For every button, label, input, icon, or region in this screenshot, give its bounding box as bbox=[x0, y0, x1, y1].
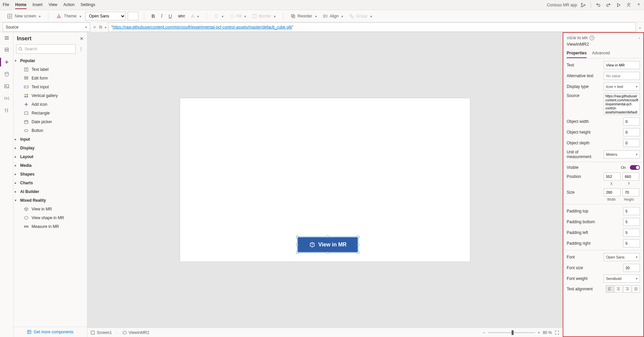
tree-item-add-icon[interactable]: Add icon bbox=[13, 100, 87, 109]
tree-item-text-input[interactable]: Text input bbox=[13, 83, 87, 91]
undo-icon[interactable] bbox=[596, 2, 601, 8]
prop-padb-input[interactable] bbox=[623, 218, 640, 226]
play-icon[interactable] bbox=[616, 2, 621, 8]
tree-group-display[interactable]: Display bbox=[13, 144, 87, 152]
tree-item-date-picker[interactable]: Date picker bbox=[13, 117, 87, 126]
zoom-out-icon[interactable]: − bbox=[483, 330, 485, 335]
tree-group-popular[interactable]: Popular bbox=[13, 56, 87, 65]
tree-item-edit-form[interactable]: Edit form bbox=[13, 74, 87, 83]
prop-size-w[interactable] bbox=[604, 188, 620, 196]
breadcrumb-control[interactable]: ViewInMR2 bbox=[123, 330, 149, 335]
bold-button[interactable]: B bbox=[150, 12, 157, 20]
help-badge-icon[interactable]: ? bbox=[590, 36, 594, 40]
share-icon[interactable] bbox=[626, 2, 631, 8]
italic-button[interactable]: I bbox=[159, 12, 165, 20]
variables-icon[interactable] bbox=[4, 95, 10, 101]
align-center-button[interactable] bbox=[614, 285, 622, 293]
prop-alt-input[interactable] bbox=[604, 72, 640, 80]
group-button[interactable]: Group bbox=[347, 12, 374, 20]
align-justify-button[interactable] bbox=[632, 285, 640, 293]
tree-item-view-shape-in-mr[interactable]: View shape in MR bbox=[13, 213, 87, 222]
text-align-button[interactable] bbox=[212, 12, 226, 20]
new-screen-button[interactable]: New screen bbox=[5, 12, 43, 20]
search-input[interactable]: Search bbox=[16, 44, 76, 54]
tree-item-rectangle[interactable]: Rectangle bbox=[13, 109, 87, 117]
underline-button[interactable]: U bbox=[167, 12, 174, 20]
tree-item-text-label[interactable]: Text label bbox=[13, 65, 87, 74]
control-name[interactable]: ViewInMR2 bbox=[567, 40, 640, 49]
font-select[interactable]: Open Sans bbox=[85, 12, 126, 20]
media-rail-icon[interactable] bbox=[4, 83, 10, 89]
fill-button[interactable]: Fill bbox=[228, 12, 248, 20]
align-left-button[interactable] bbox=[606, 285, 614, 293]
prop-visible-toggle[interactable] bbox=[630, 165, 640, 170]
align-right-button[interactable] bbox=[623, 285, 631, 293]
tab-properties[interactable]: Properties bbox=[567, 49, 587, 58]
prop-source-input[interactable]: https://raw.githubusercontent.com/micros… bbox=[604, 93, 640, 115]
tree-group-ai-builder[interactable]: AI Builder bbox=[13, 187, 87, 196]
menu-tab-insert[interactable]: Insert bbox=[33, 1, 43, 9]
close-icon[interactable]: ✕ bbox=[80, 36, 84, 41]
breadcrumb-screen[interactable]: Screen1 bbox=[91, 330, 112, 335]
hamburger-icon[interactable] bbox=[4, 35, 10, 41]
tree-item-measure-in-mr[interactable]: Measure in MR bbox=[13, 222, 87, 231]
source-control-icon[interactable] bbox=[580, 2, 586, 8]
view-in-mr-button[interactable]: View in MR bbox=[298, 237, 358, 252]
prop-padl-input[interactable] bbox=[623, 229, 640, 237]
prop-text-input[interactable] bbox=[604, 61, 640, 69]
get-more-components[interactable]: Get more components bbox=[13, 327, 87, 337]
tree-item-view-in-mr[interactable]: View in MR bbox=[13, 205, 87, 213]
menu-tab-file[interactable]: File bbox=[3, 1, 9, 9]
tree-item-button[interactable]: Button bbox=[13, 126, 87, 135]
canvas-stage[interactable]: View in MR bbox=[87, 32, 563, 328]
border-button[interactable]: Border bbox=[250, 12, 278, 20]
tree-group-mixed-reality[interactable]: Mixed Reality bbox=[13, 196, 87, 205]
tree-group-charts[interactable]: Charts bbox=[13, 179, 87, 187]
reorder-button[interactable]: Reorder bbox=[289, 12, 319, 20]
prop-size-h[interactable] bbox=[622, 188, 639, 196]
more-icon[interactable]: ⋮ bbox=[78, 47, 84, 51]
menu-tab-view[interactable]: View bbox=[49, 1, 57, 9]
menu-tab-home[interactable]: Home bbox=[15, 1, 26, 9]
prop-displaytype-select[interactable]: Icon + text bbox=[604, 83, 640, 91]
prop-pos-y[interactable] bbox=[622, 173, 639, 181]
property-selector[interactable]: Source ▾ bbox=[3, 22, 90, 32]
formula-expand-icon[interactable]: ⌄ bbox=[636, 25, 644, 30]
collapse-panel-icon[interactable]: › bbox=[639, 36, 640, 40]
strike-button[interactable]: abc bbox=[176, 12, 187, 20]
zoom-slider[interactable] bbox=[488, 332, 535, 333]
insert-rail-icon[interactable] bbox=[4, 59, 10, 65]
prop-fontweight-select[interactable]: Semibold bbox=[604, 275, 640, 283]
tree-group-layout[interactable]: Layout bbox=[13, 152, 87, 161]
font-color-button[interactable]: A bbox=[189, 12, 201, 20]
tree-group-media[interactable]: Media bbox=[13, 161, 87, 170]
prop-fontsize-input[interactable] bbox=[623, 264, 640, 272]
fx-label[interactable]: fx bbox=[99, 25, 108, 30]
data-icon[interactable] bbox=[4, 71, 10, 77]
prop-pos-x[interactable] bbox=[604, 173, 620, 181]
prop-font-select[interactable]: Open Sans bbox=[604, 253, 640, 261]
prop-padr-input[interactable] bbox=[623, 239, 640, 247]
help-icon[interactable] bbox=[636, 2, 641, 8]
prop-objw-input[interactable] bbox=[623, 117, 640, 126]
prop-objh-input[interactable] bbox=[623, 128, 640, 136]
menu-tab-action[interactable]: Action bbox=[64, 1, 75, 9]
zoom-in-icon[interactable]: + bbox=[538, 330, 540, 335]
align-button[interactable]: Align bbox=[321, 12, 346, 20]
tree-view-icon[interactable] bbox=[4, 47, 10, 53]
tree-group-shapes[interactable]: Shapes bbox=[13, 170, 87, 179]
prop-objd-input[interactable] bbox=[623, 139, 640, 147]
advanced-tools-icon[interactable] bbox=[4, 107, 10, 113]
tree-item-vertical-gallery[interactable]: Vertical gallery bbox=[13, 91, 87, 100]
menu-tab-settings[interactable]: Settings bbox=[81, 1, 95, 9]
prop-padt-input[interactable] bbox=[623, 207, 640, 215]
redo-icon[interactable] bbox=[606, 2, 611, 8]
tree-group-input[interactable]: Input bbox=[13, 135, 87, 144]
theme-button[interactable]: Theme bbox=[54, 12, 83, 20]
fit-icon[interactable] bbox=[555, 330, 559, 335]
prop-unit-select[interactable]: Meters bbox=[604, 150, 640, 158]
font-size-input[interactable] bbox=[128, 12, 138, 20]
canvas[interactable]: View in MR bbox=[180, 98, 470, 261]
formula-input[interactable]: "https://raw.githubusercontent.com/micro… bbox=[108, 22, 636, 32]
tab-advanced[interactable]: Advanced bbox=[592, 49, 610, 58]
